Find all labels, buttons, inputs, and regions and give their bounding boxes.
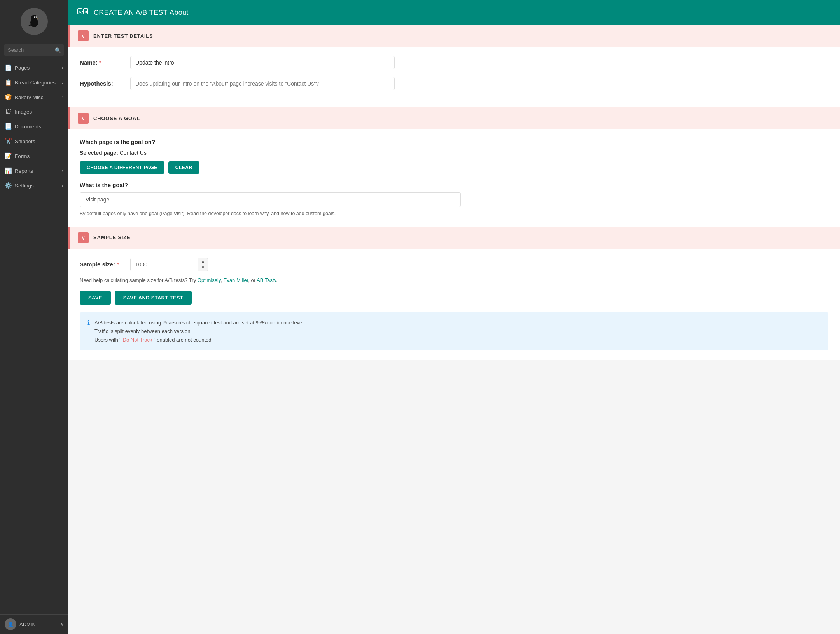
increment-button[interactable]: ▲ <box>198 258 208 264</box>
section-header-sample: ∨ SAMPLE SIZE <box>68 227 840 249</box>
sidebar-item-images[interactable]: 🖼 Images <box>0 105 68 119</box>
goal-select-box[interactable]: Visit page <box>80 192 461 207</box>
sidebar-item-label: Pages <box>15 65 30 71</box>
settings-icon: ⚙️ <box>5 182 12 189</box>
snippets-icon: ✂️ <box>5 138 12 145</box>
search-icon: 🔍 <box>55 47 61 53</box>
search-container: 🔍 <box>4 44 64 56</box>
sidebar-item-forms[interactable]: 📝 Forms <box>0 149 68 163</box>
sidebar-item-label: Settings <box>15 183 34 189</box>
enter-test-details-section: ∨ ENTER TEST DETAILS Name: * Hypothesis: <box>68 25 840 107</box>
save-and-start-test-button[interactable]: SAVE AND START TEST <box>115 291 192 305</box>
main-content: A B CREATE AN A/B TEST About ∨ ENTER TES… <box>68 0 840 634</box>
save-buttons-row: SAVE SAVE AND START TEST <box>80 291 828 305</box>
goal-note: By default pages only have one goal (Pag… <box>80 210 828 217</box>
info-line-2: Traffic is split evenly between each ver… <box>94 327 305 336</box>
chevron-right-icon: › <box>62 183 63 188</box>
section-header-test-details: ∨ ENTER TEST DETAILS <box>68 25 840 47</box>
sidebar: 🔍 📄 Pages › 📋 Bread Categories › 🍞 Baker… <box>0 0 68 634</box>
chevron-up-icon: ∧ <box>60 622 63 627</box>
section-title-sample: SAMPLE SIZE <box>93 235 130 240</box>
name-input[interactable] <box>130 56 395 69</box>
sidebar-item-bakery-misc[interactable]: 🍞 Bakery Misc › <box>0 90 68 105</box>
chevron-right-icon: › <box>62 80 63 85</box>
sidebar-item-snippets[interactable]: ✂️ Snippets <box>0 134 68 149</box>
sample-size-row: Sample size: * ▲ ▼ <box>80 258 828 271</box>
page-header: A B CREATE AN A/B TEST About <box>68 0 840 25</box>
forms-icon: 📝 <box>5 152 12 159</box>
do-not-track-link[interactable]: Do Not Track <box>123 337 152 343</box>
svg-point-4 <box>35 16 36 18</box>
hypothesis-row: Hypothesis: <box>80 77 828 90</box>
section-header-goal: ∨ CHOOSE A GOAL <box>68 107 840 129</box>
toggle-sample-button[interactable]: ∨ <box>78 232 89 243</box>
choose-different-page-button[interactable]: CHOOSE A DIFFERENT PAGE <box>80 161 164 174</box>
sidebar-item-bread-categories[interactable]: 📋 Bread Categories › <box>0 75 68 90</box>
toggle-goal-button[interactable]: ∨ <box>78 113 89 124</box>
save-button[interactable]: SAVE <box>80 291 111 305</box>
choose-goal-section: ∨ CHOOSE A GOAL Which page is the goal o… <box>68 107 840 227</box>
selected-page-text: Selected page: Contact Us <box>80 150 828 156</box>
sidebar-item-label: Images <box>15 109 32 115</box>
sidebar-item-label: Snippets <box>15 138 35 144</box>
admin-footer[interactable]: 👤 ADMIN ∧ <box>0 614 68 634</box>
info-icon: ℹ <box>88 319 90 344</box>
hypothesis-label: Hypothesis: <box>80 77 122 87</box>
name-label: Name: * <box>80 56 122 66</box>
sample-size-label: Sample size: * <box>80 261 122 268</box>
selected-page-value: Contact Us <box>120 150 147 156</box>
sidebar-logo <box>0 0 68 41</box>
pages-icon: 📄 <box>5 64 12 71</box>
chevron-right-icon: › <box>62 65 63 70</box>
hypothesis-input[interactable] <box>130 77 395 90</box>
goal-question: Which page is the goal on? <box>80 138 828 145</box>
hypothesis-input-wrapper <box>130 77 395 90</box>
info-content: A/B tests are calculated using Pearson's… <box>94 319 305 344</box>
sidebar-item-label: Reports <box>15 168 33 174</box>
svg-text:A: A <box>79 10 82 14</box>
bakery-misc-icon: 🍞 <box>5 94 12 101</box>
chevron-right-icon: › <box>62 95 63 100</box>
toggle-test-details-button[interactable]: ∨ <box>78 30 89 41</box>
sidebar-item-label: Bakery Misc <box>15 95 44 100</box>
ab-tasty-link[interactable]: AB Tasty <box>257 277 276 283</box>
content-area: ∨ ENTER TEST DETAILS Name: * Hypothesis: <box>68 25 840 634</box>
required-indicator: * <box>117 261 119 268</box>
sidebar-item-reports[interactable]: 📊 Reports › <box>0 163 68 178</box>
bread-categories-icon: 📋 <box>5 79 12 86</box>
sidebar-item-pages[interactable]: 📄 Pages › <box>0 60 68 75</box>
section-title-test-details: ENTER TEST DETAILS <box>93 33 153 39</box>
evan-miller-link[interactable]: Evan Miller <box>224 277 248 283</box>
sidebar-nav: 📄 Pages › 📋 Bread Categories › 🍞 Bakery … <box>0 60 68 614</box>
sample-spinners: ▲ ▼ <box>198 258 208 271</box>
admin-label: ADMIN <box>19 622 60 627</box>
documents-icon: 📃 <box>5 123 12 130</box>
what-goal-label: What is the goal? <box>80 182 828 188</box>
sidebar-item-settings[interactable]: ⚙️ Settings › <box>0 178 68 193</box>
optimisely-link[interactable]: Optimisely <box>198 277 221 283</box>
svg-text:B: B <box>85 10 88 14</box>
help-text: Need help calculating sample size for A/… <box>80 277 828 283</box>
app-logo <box>21 8 48 35</box>
goal-body: Which page is the goal on? Selected page… <box>68 129 840 227</box>
sidebar-item-label: Documents <box>15 124 41 130</box>
reports-icon: 📊 <box>5 167 12 174</box>
sidebar-item-documents[interactable]: 📃 Documents <box>0 119 68 134</box>
info-line-1: A/B tests are calculated using Pearson's… <box>94 319 305 327</box>
name-input-wrapper <box>130 56 395 69</box>
sidebar-item-label: Forms <box>15 153 30 159</box>
ab-test-icon: A B <box>77 7 88 18</box>
info-line-3: Users with " Do Not Track " enabled are … <box>94 336 305 344</box>
avatar: 👤 <box>5 618 16 630</box>
page-title: CREATE AN A/B TEST About <box>94 9 189 17</box>
decrement-button[interactable]: ▼ <box>198 264 208 271</box>
clear-button[interactable]: CLEAR <box>168 161 200 174</box>
sample-size-input-wrapper: ▲ ▼ <box>130 258 208 271</box>
sample-size-input[interactable] <box>131 258 198 271</box>
sample-size-section: ∨ SAMPLE SIZE Sample size: * ▲ ▼ <box>68 227 840 360</box>
section-title-goal: CHOOSE A GOAL <box>93 116 140 121</box>
required-indicator: * <box>99 59 102 66</box>
name-row: Name: * <box>80 56 828 69</box>
test-details-body: Name: * Hypothesis: <box>68 47 840 107</box>
selected-page-label: Selected page: <box>80 150 118 156</box>
